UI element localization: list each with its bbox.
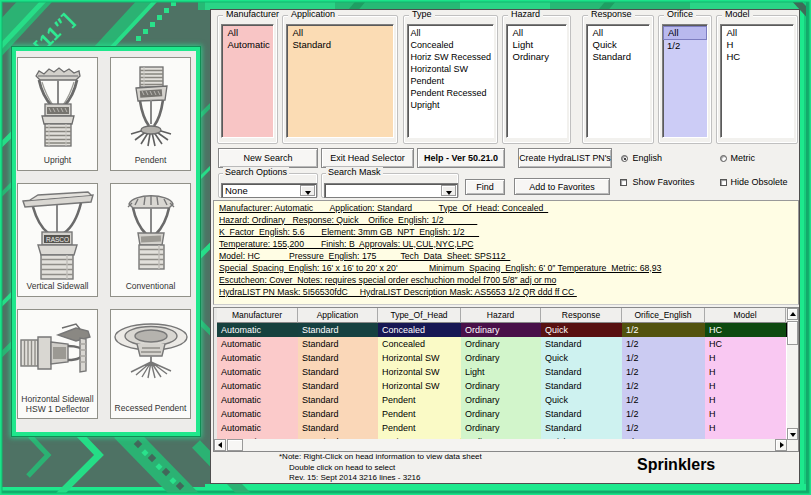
svg-text:RASCO: RASCO [46, 236, 69, 243]
